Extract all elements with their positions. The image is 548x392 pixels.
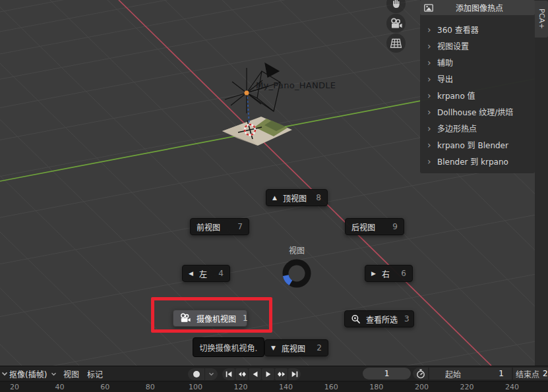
perspective-toggle-button[interactable] — [386, 34, 406, 53]
triangle-right-icon: ▶ — [371, 270, 376, 277]
keying-options-dropdown[interactable] — [205, 368, 218, 380]
menu-marker[interactable]: 标记 — [87, 366, 103, 381]
panel-section-视图设置[interactable]: ›视图设置 — [420, 38, 535, 54]
pie-item-camera-view[interactable]: 摄像机视图1 — [173, 310, 247, 327]
ruler-frame-number: 60 — [100, 383, 109, 391]
panel-section-Dollhouse 纹理/烘焙[interactable]: ›Dollhouse 纹理/烘焙 — [420, 103, 535, 120]
jump-to-end-icon — [290, 370, 299, 378]
expand-chevron-icon: › — [427, 156, 437, 167]
ruler-frame-number: 240 — [505, 383, 519, 391]
stopwatch-icon — [416, 369, 425, 379]
play-icon — [264, 370, 272, 378]
current-frame-field[interactable]: 1 — [363, 368, 411, 379]
panel-section-Blender 到 krpano[interactable]: ›Blender 到 krpano — [420, 153, 535, 169]
expand-chevron-icon: › — [427, 107, 437, 117]
triangle-left-icon: ◀ — [189, 270, 193, 277]
addon-panel: 添加图像热点 ›360 查看器›视图设置›辅助›导出›krpano 值›Doll… — [420, 0, 535, 173]
magnifier-icon — [351, 314, 361, 324]
panel-section-label: Blender 到 krpano — [437, 155, 508, 167]
record-circle-icon — [193, 371, 200, 378]
expand-chevron-icon: › — [427, 57, 437, 68]
pie-item-front-view[interactable]: 前视图7 — [190, 218, 249, 235]
panel-section-多边形热点[interactable]: ›多边形热点 — [420, 120, 535, 136]
pie-item-view-selected[interactable]: 查看所选3 — [344, 310, 414, 327]
camera-view-tooltip: 切换摄像机视角. — [193, 337, 264, 357]
ruler-frame-number: 220 — [460, 383, 474, 391]
panel-section-krpano 到 Blender[interactable]: ›krpano 到 Blender — [420, 136, 535, 153]
jump-to-start-icon — [224, 370, 233, 378]
playback-controls — [222, 366, 301, 381]
timeline-header: 抠像(插帧) 视图 标记 — [0, 366, 548, 381]
sidebar-tab-strip — [535, 0, 548, 366]
panel-section-list: ›360 查看器›视图设置›辅助›导出›krpano 值›Dollhouse 纹… — [420, 15, 535, 169]
play-reverse-button[interactable] — [249, 368, 261, 380]
expand-chevron-icon: › — [427, 24, 437, 35]
panel-section-label: 360 查看器 — [437, 24, 479, 35]
camera-view-button[interactable] — [386, 14, 406, 33]
frame-range-group: 起始1 结束点250 — [413, 368, 548, 379]
movie-camera-icon — [179, 313, 191, 323]
expand-chevron-icon: › — [427, 74, 437, 84]
pie-item-right-view[interactable]: ▶ 右6 — [365, 265, 413, 282]
pie-item-top-view[interactable]: ▲ 顶视图8 — [266, 189, 328, 206]
pie-item-left-view[interactable]: ◀ 左4 — [182, 265, 230, 282]
frame-start-field[interactable]: 起始1 — [429, 368, 512, 379]
blender-window: My_Pano_HANDLE — [0, 0, 548, 392]
panel-section-导出[interactable]: ›导出 — [420, 70, 535, 87]
image-icon — [420, 4, 437, 12]
expand-chevron-icon: › — [427, 140, 437, 150]
triangle-up-icon: ▲ — [272, 194, 277, 201]
chevron-down-icon — [208, 372, 214, 376]
record-button[interactable] — [188, 368, 204, 380]
movie-camera-icon — [390, 18, 403, 30]
panel-section-label: Dollhouse 纹理/烘焙 — [437, 106, 513, 117]
hand-icon — [390, 0, 402, 9]
timeline-ruler[interactable]: 20406080100120140160180200220240 — [0, 381, 548, 392]
keying-dropdown[interactable]: 抠像(插帧) — [9, 366, 57, 381]
use-preview-range-button[interactable] — [413, 368, 428, 379]
play-reverse-icon — [251, 370, 259, 378]
panel-section-label: 视图设置 — [437, 40, 469, 51]
next-keyframe-button[interactable] — [275, 368, 288, 380]
chevron-down-icon[interactable] — [1, 366, 8, 381]
jump-to-end-button[interactable] — [288, 368, 301, 380]
menu-view[interactable]: 视图 — [63, 366, 79, 381]
pie-item-bottom-view[interactable]: ▼ 底视图2 — [264, 339, 328, 356]
panel-section-label: 辅助 — [437, 57, 453, 68]
viewport-gizmos — [386, 0, 406, 53]
triangle-down-icon: ▼ — [271, 345, 276, 351]
ground-image-plane — [222, 117, 292, 146]
ruler-frame-number: 20 — [10, 383, 19, 391]
ruler-frame-number: 180 — [369, 383, 383, 391]
panel-header-add-image-hotspot[interactable]: 添加图像热点 — [420, 0, 535, 15]
panel-section-辅助[interactable]: ›辅助 — [420, 54, 535, 70]
next-keyframe-icon — [276, 370, 287, 378]
panel-section-label: krpano 到 Blender — [437, 139, 508, 150]
auto-keying-group — [188, 366, 218, 381]
ruler-frame-number: 200 — [415, 383, 429, 391]
ruler-frame-number: 40 — [55, 383, 65, 391]
ruler-frame-number: 80 — [146, 383, 155, 391]
panel-header-label: 添加图像热点 — [437, 2, 535, 13]
panel-section-label: 多边形热点 — [437, 123, 477, 134]
object-origin-dot — [245, 91, 249, 96]
panel-section-krpano 值[interactable]: ›krpano 值 — [420, 87, 535, 103]
panel-section-label: 导出 — [437, 73, 453, 84]
expand-chevron-icon: › — [427, 123, 437, 134]
ruler-frame-number: 160 — [324, 383, 338, 391]
pie-menu-donut — [282, 258, 312, 289]
play-button[interactable] — [262, 368, 274, 380]
ruler-frame-number: 140 — [279, 383, 293, 391]
sidebar-tab-pca[interactable]: PCA+ — [535, 1, 548, 38]
prev-keyframe-icon — [237, 370, 247, 378]
chevron-down-icon — [51, 372, 57, 376]
object-name-label: My_Pano_HANDLE — [256, 80, 336, 90]
jump-to-start-button[interactable] — [222, 368, 235, 380]
prev-keyframe-button[interactable] — [235, 368, 248, 380]
panel-section-360 查看器[interactable]: ›360 查看器 — [420, 21, 535, 38]
pie-item-back-view[interactable]: 后视图9 — [345, 218, 404, 235]
expand-chevron-icon: › — [427, 41, 437, 51]
constraint-dashed-line — [247, 97, 249, 125]
frame-end-field[interactable]: 结束点250 — [513, 368, 548, 379]
pan-hand-button[interactable] — [386, 0, 406, 13]
